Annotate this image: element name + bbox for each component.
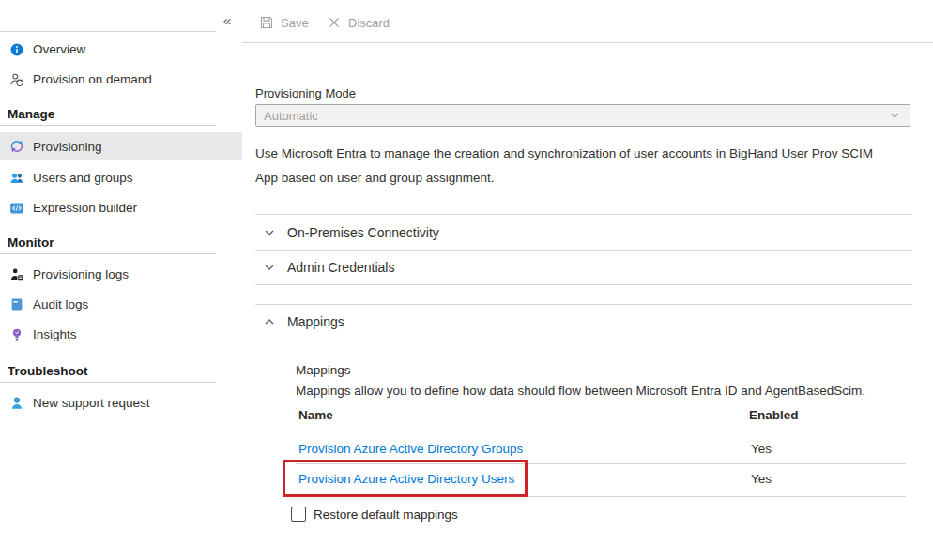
save-button[interactable]: Save — [259, 15, 309, 30]
person-log-icon — [9, 267, 24, 282]
mapping-enabled-value: Yes — [751, 442, 772, 456]
divider — [255, 304, 912, 305]
divider — [242, 42, 933, 43]
accordion-admin-credentials[interactable]: Admin Credentials — [264, 256, 394, 279]
sidebar-item-label: Provisioning logs — [33, 267, 129, 281]
divider — [296, 496, 906, 497]
sidebar-item-label: Audit logs — [33, 297, 88, 311]
users-icon — [9, 171, 24, 186]
divider — [0, 125, 216, 126]
divider — [296, 431, 906, 431]
sidebar-item-audit-logs[interactable]: Audit logs — [0, 291, 242, 318]
divider — [296, 463, 906, 464]
column-header-enabled: Enabled — [749, 408, 799, 422]
mappings-description: Mappings allow you to define how data sh… — [296, 384, 865, 398]
accordion-mappings[interactable]: Mappings — [264, 310, 344, 333]
sidebar-collapse-button[interactable]: « — [216, 9, 238, 30]
provisioning-mode-dropdown[interactable]: Automatic — [255, 104, 910, 127]
divider — [255, 284, 912, 285]
column-header-name: Name — [298, 408, 333, 422]
divider — [0, 253, 216, 254]
mapping-link-users[interactable]: Provision Azure Active Directory Users — [298, 472, 514, 486]
sidebar-item-provision-on-demand[interactable]: Provision on demand — [0, 66, 242, 93]
sidebar-item-new-support-request[interactable]: New support request — [0, 389, 242, 416]
code-icon — [9, 201, 24, 216]
accordion-label: Admin Credentials — [287, 260, 394, 275]
sidebar: « Overview Provision on demand Manage — [0, 0, 242, 560]
sidebar-item-insights[interactable]: Insights — [0, 321, 242, 348]
sidebar-item-label: Provision on demand — [33, 72, 152, 86]
sidebar-item-label: Overview — [33, 42, 85, 56]
accordion-label: On-Premises Connectivity — [287, 225, 439, 240]
mapping-link-groups[interactable]: Provision Azure Active Directory Groups — [298, 442, 523, 456]
mapping-enabled-value: Yes — [751, 472, 772, 486]
divider — [255, 214, 912, 215]
mappings-title: Mappings — [296, 363, 351, 377]
sidebar-item-label: New support request — [33, 396, 150, 410]
divider — [0, 382, 216, 383]
person-sync-icon — [9, 72, 24, 87]
provisioning-mode-value: Automatic — [256, 109, 889, 123]
provisioning-page: « Overview Provision on demand Manage — [0, 0, 933, 560]
accordion-on-premises-connectivity[interactable]: On-Premises Connectivity — [264, 221, 439, 244]
save-button-label: Save — [281, 16, 309, 30]
provisioning-mode-label: Provisioning Mode — [255, 86, 356, 100]
divider — [255, 250, 912, 251]
sidebar-item-label: Insights — [33, 327, 77, 341]
discard-button-label: Discard — [348, 16, 390, 30]
sync-arrows-icon — [9, 139, 24, 154]
chevron-up-icon — [264, 316, 275, 327]
sidebar-item-label: Users and groups — [33, 171, 133, 185]
lightbulb-icon — [9, 327, 24, 342]
restore-default-mappings-label: Restore default mappings — [314, 507, 458, 522]
chevron-down-icon — [264, 227, 275, 238]
restore-default-mappings-checkbox[interactable] — [291, 507, 306, 522]
accordion-label: Mappings — [287, 314, 344, 329]
close-icon — [327, 15, 342, 30]
sidebar-item-overview[interactable]: Overview — [0, 36, 242, 63]
notebook-icon — [9, 297, 24, 312]
divider — [0, 31, 216, 32]
sidebar-item-users-and-groups[interactable]: Users and groups — [0, 164, 242, 191]
chevron-down-icon — [889, 110, 900, 121]
provisioning-description: Use Microsoft Entra to manage the creati… — [255, 142, 897, 190]
sidebar-item-provisioning-logs[interactable]: Provisioning logs — [0, 261, 242, 288]
sidebar-section-header-manage: Manage — [8, 107, 54, 121]
save-icon — [259, 15, 274, 30]
sidebar-item-expression-builder[interactable]: Expression builder — [0, 194, 242, 221]
chevron-down-icon — [264, 262, 275, 273]
discard-button[interactable]: Discard — [327, 15, 390, 30]
sidebar-item-label: Expression builder — [33, 201, 137, 215]
sidebar-item-provisioning[interactable]: Provisioning — [0, 132, 242, 160]
sidebar-item-label: Provisioning — [33, 140, 102, 154]
sidebar-section-header-troubleshoot: Troubleshoot — [8, 364, 88, 378]
sidebar-section-header-monitor: Monitor — [8, 235, 54, 250]
info-icon — [9, 42, 24, 57]
support-person-icon — [9, 396, 24, 411]
